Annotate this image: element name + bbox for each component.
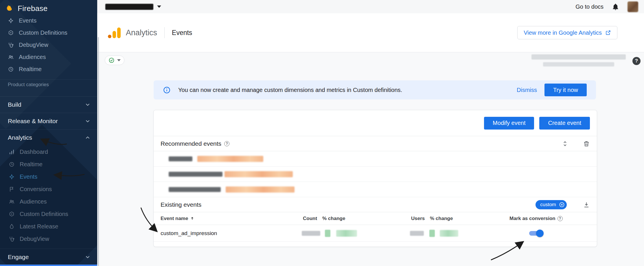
sidebar-item-audiences[interactable]: Audiences	[0, 51, 97, 63]
debugview-icon	[8, 42, 14, 48]
redacted-header-info	[531, 54, 626, 66]
column-event-name[interactable]: Event name	[161, 216, 194, 221]
topbar: Go to docs	[97, 0, 644, 13]
column-users[interactable]: Users	[411, 216, 425, 221]
external-link-icon	[605, 30, 611, 36]
custom-definitions-icon	[8, 30, 14, 36]
product-categories-label: Product categories	[0, 79, 97, 90]
close-icon[interactable]	[559, 202, 565, 208]
sidebar-item-label: Custom Definitions	[19, 29, 67, 36]
column-users-change[interactable]: % change	[430, 216, 453, 221]
chevron-down-icon	[84, 101, 91, 108]
sidebar-top-list: Events Custom Definitions DebugView Audi…	[0, 13, 97, 75]
header-divider	[164, 27, 165, 38]
redacted-description	[226, 186, 295, 193]
recommended-events-title: Recommended events	[161, 140, 221, 147]
status-filter-chip[interactable]	[105, 56, 124, 65]
sidebar-scrollbar[interactable]	[98, 37, 99, 266]
recommended-event-row[interactable]	[154, 167, 597, 182]
user-avatar[interactable]	[628, 1, 638, 12]
view-more-in-ga-button[interactable]: View more in Google Analytics	[517, 26, 617, 39]
info-icon	[163, 86, 171, 94]
redacted-text-line	[543, 62, 614, 66]
column-change[interactable]: % change	[322, 216, 345, 221]
redacted-change-icon	[429, 230, 435, 237]
redacted-project-name	[105, 4, 153, 10]
sidebar: Firebase Events Custom Definitions Debug…	[0, 0, 97, 266]
help-icon[interactable]: ?	[632, 57, 641, 65]
trash-icon[interactable]	[583, 140, 590, 147]
firebase-logo-icon	[6, 3, 14, 13]
existing-events-header: Existing events custom	[154, 197, 597, 212]
chevron-down-icon	[84, 118, 91, 124]
event-name-cell: custom_ad_impression	[161, 230, 217, 237]
notifications-bell-icon[interactable]	[612, 3, 619, 11]
chevron-up-icon	[84, 134, 91, 141]
page-title: Events	[172, 29, 192, 37]
banner-message: You can now create and manage custom dim…	[178, 87, 402, 93]
sidebar-item-label: Realtime	[19, 66, 42, 73]
sidebar-item-label: Events	[19, 17, 36, 24]
event-table-row[interactable]: custom_ad_impression	[154, 225, 597, 242]
sidebar-item-debugview[interactable]: DebugView	[0, 39, 97, 51]
caret-down-icon	[117, 59, 121, 61]
card-actions-row: Modify event Create event	[154, 110, 597, 136]
sidebar-item-label: Audiences	[19, 54, 46, 60]
redacted-event-name	[169, 172, 222, 177]
redacted-text-line	[531, 54, 626, 60]
section-label: Build	[8, 101, 21, 108]
sidebar-section-analytics[interactable]: Analytics	[0, 129, 97, 146]
sidebar-section-engage[interactable]: Engage	[0, 249, 97, 265]
recommended-event-row[interactable]	[154, 151, 597, 167]
sidebar-bottom-accent	[0, 265, 97, 266]
column-mark-as-conversion: Mark as conversion ?	[509, 216, 563, 221]
dismiss-link[interactable]: Dismiss	[517, 87, 537, 93]
redacted-users	[410, 231, 424, 236]
redacted-change-value	[440, 230, 458, 237]
chevron-down-icon	[84, 254, 91, 260]
redacted-change-icon	[325, 230, 330, 237]
recommended-events-header: Recommended events ?	[154, 136, 597, 151]
topbar-right: Go to docs	[575, 1, 638, 12]
recommended-event-row[interactable]	[154, 182, 597, 197]
help-icon[interactable]: ?	[224, 141, 229, 146]
events-card: Modify event Create event Recommended ev…	[153, 110, 597, 247]
custom-filter-chip[interactable]: custom	[536, 200, 567, 209]
events-table-header: Event name Count % change Users % change…	[154, 212, 597, 225]
sidebar-item-label: DebugView	[19, 42, 48, 48]
sort-unfold-icon[interactable]	[562, 140, 568, 147]
help-glyph: ?	[635, 58, 638, 64]
section-label: Analytics	[8, 134, 32, 141]
redacted-event-name	[169, 187, 221, 192]
events-icon	[8, 18, 14, 24]
sidebar-section-release-monitor[interactable]: Release & Monitor	[0, 113, 97, 129]
download-icon[interactable]	[583, 201, 590, 208]
sort-ascending-icon	[190, 216, 194, 221]
brand-name: Firebase	[18, 4, 48, 13]
firebase-console: Firebase Events Custom Definitions Debug…	[0, 0, 644, 266]
redacted-description	[197, 156, 263, 162]
realtime-icon	[8, 66, 14, 72]
section-label: Release & Monitor	[8, 118, 58, 125]
section-label: Engage	[8, 254, 29, 261]
sidebar-item-realtime[interactable]: Realtime	[0, 63, 97, 75]
modify-event-button[interactable]: Modify event	[484, 117, 534, 130]
sidebar-item-events[interactable]: Events	[0, 14, 97, 27]
try-it-now-button[interactable]: Try it now	[544, 84, 587, 96]
redacted-description	[225, 171, 293, 177]
redacted-event-name	[169, 156, 192, 161]
page-header: Analytics Events View more in Google Ana…	[97, 13, 644, 52]
create-event-button[interactable]: Create event	[539, 117, 590, 130]
column-count[interactable]: Count	[303, 216, 317, 221]
mark-as-conversion-toggle[interactable]	[529, 230, 543, 236]
view-more-label: View more in Google Analytics	[524, 29, 602, 36]
info-banner: You can now create and manage custom dim…	[154, 80, 596, 99]
sidebar-item-custom-definitions[interactable]: Custom Definitions	[0, 27, 97, 39]
audiences-icon	[8, 54, 14, 60]
project-selector[interactable]	[105, 4, 161, 10]
existing-events-title: Existing events	[161, 201, 201, 208]
sidebar-section-build[interactable]: Build	[0, 96, 97, 113]
help-icon[interactable]: ?	[557, 216, 563, 221]
go-to-docs-link[interactable]: Go to docs	[575, 3, 603, 10]
firebase-home-link[interactable]: Firebase	[0, 0, 97, 13]
